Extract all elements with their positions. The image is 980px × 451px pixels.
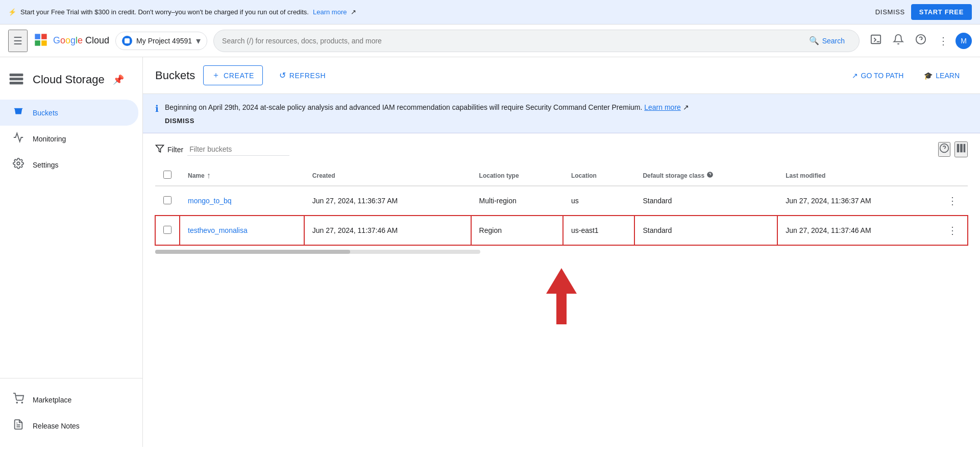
th-created: Created (304, 165, 471, 186)
row2-location-type-cell: Region (471, 216, 563, 245)
terminal-icon (870, 34, 881, 48)
buckets-nav-icon (12, 106, 24, 120)
row1-checkbox-cell[interactable] (155, 186, 180, 216)
sidebar-nav: Buckets Monitoring Settings (0, 100, 142, 378)
project-dropdown-arrow: ▾ (196, 35, 201, 46)
svg-rect-10 (10, 82, 23, 84)
info-learn-more-link[interactable]: Learn more (644, 103, 681, 111)
settings-nav-label: Settings (33, 161, 59, 169)
sidebar-service-title: Cloud Storage (33, 73, 105, 86)
monitoring-nav-label: Monitoring (33, 135, 66, 143)
info-banner-dismiss-button[interactable]: DISMISS (165, 117, 194, 125)
select-all-header[interactable] (155, 165, 180, 186)
info-circle-icon: ℹ (155, 103, 159, 125)
notifications-button[interactable] (888, 31, 909, 51)
banner-learn-more-link[interactable]: Learn more (313, 8, 347, 16)
horizontal-scrollbar-area (155, 246, 968, 258)
row1-location-cell: us (563, 186, 634, 216)
search-input[interactable] (222, 37, 799, 45)
release-notes-label: Release Notes (33, 422, 80, 430)
search-icon: 🔍 (809, 36, 819, 45)
row1-storage-class-cell: Standard (634, 186, 777, 216)
buckets-page-title: Buckets (155, 69, 195, 82)
app-layout: Cloud Storage 📌 Buckets Monitoring S (0, 57, 980, 447)
buckets-nav-label: Buckets (33, 109, 58, 117)
bucket-link-mongo-to-bq[interactable]: mongo_to_bq (188, 197, 232, 205)
sidebar-pin-icon[interactable]: 📌 (113, 74, 124, 85)
table-header-row: Name ↑ Created Location type Location De… (155, 165, 968, 186)
arrow-head (546, 268, 577, 294)
refresh-button[interactable]: ↺ REFRESH (271, 66, 334, 84)
table-scroll-area: Name ↑ Created Location type Location De… (155, 165, 968, 258)
terminal-button[interactable] (866, 31, 886, 51)
horizontal-scrollbar[interactable] (155, 250, 480, 254)
svg-rect-20 (960, 144, 963, 153)
svg-point-12 (16, 402, 17, 403)
project-selector[interactable]: My Project 49591 ▾ (115, 32, 207, 50)
google-cloud-logo[interactable]: Google Cloud (34, 33, 109, 49)
red-up-arrow (546, 268, 577, 324)
arrow-shaft (556, 294, 567, 324)
buckets-table: Name ↑ Created Location type Location De… (155, 165, 968, 246)
row1-last-modified-cell: Jun 27, 2024, 11:36:37 AM ⋮ (777, 186, 968, 216)
row2-checkbox[interactable] (163, 226, 172, 234)
horizontal-scrollbar-thumb[interactable] (155, 250, 350, 254)
plus-icon: ＋ (212, 70, 220, 81)
top-banner: ⚡ Start your Free Trial with $300 in cre… (0, 0, 980, 25)
row2-menu-button[interactable]: ⋮ (945, 222, 960, 239)
table-help-button[interactable] (938, 142, 950, 157)
sidebar-item-release-notes[interactable]: Release Notes (8, 413, 134, 439)
bucket-link-testhevo-monalisa[interactable]: testhevo_monalisa (188, 226, 248, 234)
external-link-icon2: ↗ (683, 103, 689, 111)
row1-location-type-cell: Multi-region (471, 186, 563, 216)
main-content: Buckets ＋ CREATE ↺ REFRESH ↗ GO TO PATH … (143, 57, 980, 447)
info-banner-content: Beginning on April 29th, 2024 at-scale p… (165, 102, 689, 125)
row1-checkbox[interactable] (163, 196, 172, 204)
banner-dismiss-button[interactable]: DISMISS (875, 8, 905, 16)
table-area: Filter (143, 133, 980, 447)
info-banner-text: Beginning on April 29th, 2024 at-scale p… (165, 103, 689, 111)
row2-name-cell: testhevo_monalisa (180, 216, 304, 245)
external-link-icon: ↗ (351, 8, 356, 16)
th-location: Location (563, 165, 634, 186)
info-banner: ℹ Beginning on April 29th, 2024 at-scale… (143, 94, 980, 133)
buckets-header-bar: Buckets ＋ CREATE ↺ REFRESH ↗ GO TO PATH … (143, 57, 980, 94)
learn-icon: 🎓 (924, 72, 933, 80)
search-button[interactable]: 🔍 Search (803, 33, 851, 49)
svg-marker-16 (156, 145, 164, 152)
sidebar-item-settings[interactable]: Settings (0, 152, 138, 178)
svg-rect-19 (957, 144, 960, 153)
go-to-path-button[interactable]: ↗ GO TO PATH (844, 67, 912, 84)
settings-nav-icon (12, 158, 24, 172)
create-bucket-button[interactable]: ＋ CREATE (203, 65, 263, 85)
help-circle-icon (915, 34, 926, 48)
sort-arrow-icon[interactable]: ↑ (207, 171, 211, 180)
svg-rect-21 (964, 144, 966, 153)
select-all-checkbox[interactable] (163, 171, 172, 179)
sidebar-item-marketplace[interactable]: Marketplace (8, 387, 134, 413)
row2-checkbox-cell[interactable] (155, 216, 180, 245)
banner-text: Start your Free Trial with $300 in credi… (20, 8, 309, 16)
storage-class-help-icon[interactable] (706, 171, 714, 180)
column-display-button[interactable] (954, 141, 968, 157)
help-button[interactable] (911, 31, 931, 51)
sidebar: Cloud Storage 📌 Buckets Monitoring S (0, 57, 143, 447)
sidebar-item-buckets[interactable]: Buckets (0, 100, 138, 126)
row1-menu-button[interactable]: ⋮ (945, 193, 960, 209)
marketplace-icon (12, 393, 24, 407)
table-row: testhevo_monalisa Jun 27, 2024, 11:37:46… (155, 216, 968, 245)
learn-button[interactable]: 🎓 LEARN (916, 67, 968, 84)
banner-start-free-button[interactable]: START FREE (911, 4, 972, 20)
svg-rect-1 (41, 34, 47, 39)
hamburger-menu-button[interactable]: ☰ (8, 30, 28, 52)
filter-input[interactable] (187, 143, 289, 156)
th-storage-class: Default storage class (634, 165, 777, 186)
svg-rect-9 (10, 78, 23, 80)
sidebar-bottom: Marketplace Release Notes (0, 378, 142, 447)
user-avatar[interactable]: M (955, 33, 972, 49)
table-body: mongo_to_bq Jun 27, 2024, 11:36:37 AM Mu… (155, 186, 968, 245)
sidebar-item-monitoring[interactable]: Monitoring (0, 126, 138, 152)
filter-button[interactable]: Filter (155, 144, 183, 155)
more-options-button[interactable]: ⋮ (933, 31, 953, 51)
global-search-bar[interactable]: 🔍 Search (213, 30, 860, 52)
